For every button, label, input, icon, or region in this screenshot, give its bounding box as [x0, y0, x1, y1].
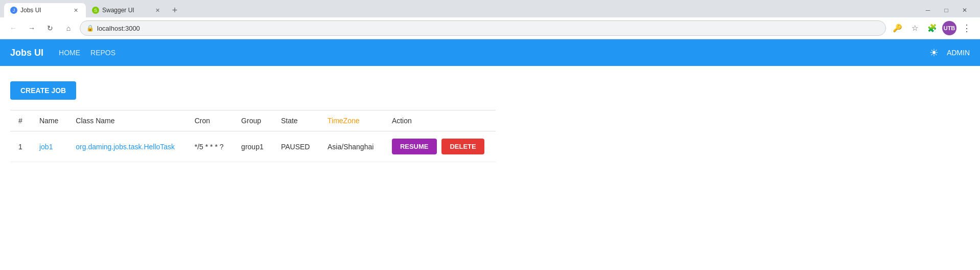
tab-swagger-ui[interactable]: S Swagger UI ✕: [86, 3, 168, 17]
table-body: 1 job1 org.daming.jobs.task.HelloTask */…: [10, 131, 496, 162]
create-job-button[interactable]: CREATE JOB: [10, 81, 76, 100]
extensions-icon[interactable]: 🧩: [925, 21, 939, 35]
table-row: 1 job1 org.daming.jobs.task.HelloTask */…: [10, 131, 496, 162]
tab-jobs-label: Jobs UI: [20, 7, 41, 14]
browser-toolbar: ← → ↻ ⌂ 🔒 localhost:3000 🔑 ☆ 🧩 UTB ⋮: [0, 17, 980, 39]
resume-button[interactable]: RESUME: [392, 139, 437, 154]
tab-jobs-icon: J: [10, 7, 17, 14]
main-content: CREATE JOB # Name Class Name Cron Group …: [0, 66, 980, 270]
row-timezone: Asia/Shanghai: [319, 131, 384, 162]
row-num: 1: [10, 131, 31, 162]
col-action: Action: [384, 110, 496, 131]
new-tab-button[interactable]: +: [168, 3, 182, 17]
admin-label: ADMIN: [947, 49, 970, 57]
table-header: # Name Class Name Cron Group State TimeZ…: [10, 110, 496, 131]
browser-chrome: J Jobs UI ✕ S Swagger UI ✕ + ─ □ ✕ ← → ↻…: [0, 0, 980, 39]
row-actions: RESUME DELETE: [384, 131, 496, 162]
key-icon[interactable]: 🔑: [890, 21, 904, 35]
col-name: Name: [31, 110, 67, 131]
row-classname: org.daming.jobs.task.HelloTask: [67, 131, 186, 162]
lock-icon: 🔒: [86, 25, 94, 32]
browser-titlebar: J Jobs UI ✕ S Swagger UI ✕ + ─ □ ✕: [0, 0, 980, 17]
home-button[interactable]: ⌂: [61, 21, 76, 35]
address-url: localhost:3000: [97, 25, 140, 32]
nav-home[interactable]: HOME: [59, 47, 80, 59]
app-brand: Jobs UI: [10, 48, 43, 58]
row-cron: */5 * * * ?: [186, 131, 233, 162]
tab-swagger-icon: S: [92, 7, 99, 14]
star-icon[interactable]: ☆: [907, 21, 922, 35]
row-state: PAUSED: [273, 131, 319, 162]
tab-jobs-ui[interactable]: J Jobs UI ✕: [4, 3, 86, 17]
col-num: #: [10, 110, 31, 131]
col-cron: Cron: [186, 110, 233, 131]
toolbar-right: 🔑 ☆ 🧩 UTB ⋮: [890, 21, 974, 35]
navbar-right: ☀ ADMIN: [929, 47, 970, 59]
tab-jobs-close[interactable]: ✕: [72, 6, 80, 14]
row-name: job1: [31, 131, 67, 162]
user-avatar[interactable]: UTB: [942, 21, 956, 35]
menu-icon[interactable]: ⋮: [960, 21, 974, 35]
col-timezone: TimeZone: [319, 110, 384, 131]
reload-button[interactable]: ↻: [43, 21, 57, 35]
jobs-table: # Name Class Name Cron Group State TimeZ…: [10, 110, 496, 162]
user-initials: UTB: [944, 25, 955, 31]
row-group: group1: [233, 131, 273, 162]
address-bar[interactable]: 🔒 localhost:3000: [80, 20, 886, 36]
tab-swagger-label: Swagger UI: [102, 7, 134, 14]
tab-swagger-close[interactable]: ✕: [153, 6, 161, 14]
forward-button[interactable]: →: [25, 21, 39, 35]
col-classname: Class Name: [67, 110, 186, 131]
minimize-button[interactable]: ─: [921, 3, 935, 17]
delete-button[interactable]: DELETE: [441, 139, 484, 154]
theme-toggle-icon[interactable]: ☀: [929, 47, 939, 59]
back-button[interactable]: ←: [6, 21, 20, 35]
nav-repos[interactable]: REPOS: [90, 47, 115, 59]
app-navbar: Jobs UI HOME REPOS ☀ ADMIN: [0, 39, 980, 66]
maximize-button[interactable]: □: [939, 3, 953, 17]
close-button[interactable]: ✕: [958, 3, 972, 17]
col-state: State: [273, 110, 319, 131]
col-group: Group: [233, 110, 273, 131]
